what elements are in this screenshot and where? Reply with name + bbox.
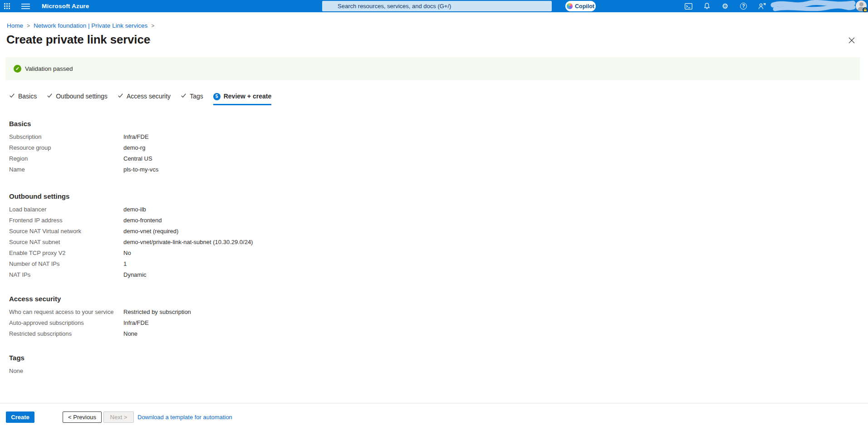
tab-label: Tags — [190, 93, 203, 100]
tab-tags[interactable]: Tags — [181, 93, 203, 105]
row-value: demo-rg — [123, 144, 145, 152]
breadcrumb-private-link-services[interactable]: Network foundation | Private Link servic… — [34, 22, 147, 29]
row-label: Name — [9, 166, 123, 173]
review-row: Restricted subscriptionsNone — [9, 330, 508, 341]
review-row: SubscriptionInfra/FDE — [9, 133, 508, 144]
row-value: Restricted by subscription — [123, 309, 191, 316]
cloud-shell-icon[interactable] — [683, 1, 693, 11]
row-value: Central US — [123, 155, 152, 162]
review-section-outbound-settings: Outbound settingsLoad balancerdemo-ilbFr… — [9, 192, 508, 282]
avatar[interactable] — [856, 0, 867, 11]
footer-divider — [0, 403, 868, 403]
previous-button[interactable]: < Previous — [63, 411, 102, 423]
review-content: BasicsSubscriptionInfra/FDEResource grou… — [9, 120, 508, 378]
review-row: Source NAT Virtual networkdemo-vnet (req… — [9, 228, 508, 239]
settings-icon[interactable]: ⚙ — [720, 1, 730, 11]
tab-label: Review + create — [224, 93, 271, 100]
section-empty-text: None — [9, 367, 508, 378]
review-row: Frontend IP addressdemo-frontend — [9, 217, 508, 228]
tab-label: Outbound settings — [56, 93, 108, 100]
feedback-icon[interactable] — [757, 1, 767, 11]
review-row: Who can request access to your serviceRe… — [9, 309, 508, 319]
close-icon[interactable] — [847, 35, 857, 45]
review-row: Enable TCP proxy V2No — [9, 250, 508, 260]
next-button: Next > — [103, 411, 134, 423]
wizard-tabs: BasicsOutbound settingsAccess securityTa… — [9, 93, 271, 105]
tab-review-create[interactable]: 5Review + create — [213, 93, 271, 105]
hamburger-menu-icon[interactable] — [21, 4, 30, 9]
chevron-right-icon: > — [151, 23, 154, 29]
review-row: NAT IPsDynamic — [9, 271, 508, 282]
validation-message: Validation passed — [25, 65, 73, 72]
page-title: Create private link service — [6, 33, 150, 47]
row-label: Auto-approved subscriptions — [9, 319, 123, 327]
copilot-icon — [567, 3, 573, 9]
row-label: NAT IPs — [9, 271, 123, 279]
breadcrumb: Home > Network foundation | Private Link… — [7, 22, 154, 29]
row-label: Enable TCP proxy V2 — [9, 250, 123, 257]
review-row: Auto-approved subscriptionsInfra/FDE — [9, 319, 508, 330]
row-value: demo-frontend — [123, 217, 162, 224]
copilot-button[interactable]: Copilot — [565, 1, 596, 11]
tab-step-badge: 5 — [213, 93, 221, 100]
row-label: Who can request access to your service — [9, 309, 123, 316]
tab-label: Access security — [127, 93, 171, 100]
account-name-redaction — [770, 0, 856, 12]
tab-outbound-settings[interactable]: Outbound settings — [47, 93, 108, 105]
row-label: Frontend IP address — [9, 217, 123, 224]
section-title: Tags — [9, 354, 508, 362]
review-row: Load balancerdemo-ilb — [9, 206, 508, 217]
avatar-head — [859, 2, 863, 6]
breadcrumb-home[interactable]: Home — [7, 22, 23, 29]
row-value: No — [123, 250, 131, 257]
review-row: Resource groupdemo-rg — [9, 144, 508, 155]
row-label: Number of NAT IPs — [9, 260, 123, 268]
footer-actions: Create < Previous Next > Download a temp… — [6, 411, 232, 423]
more-options-icon[interactable]: ··· — [143, 36, 152, 44]
tab-complete-check-icon — [9, 93, 15, 100]
row-label: Restricted subscriptions — [9, 330, 123, 338]
review-section-tags: TagsNone — [9, 354, 508, 378]
app-launcher-icon[interactable] — [4, 3, 11, 9]
review-section-basics: BasicsSubscriptionInfra/FDEResource grou… — [9, 120, 508, 177]
section-title: Basics — [9, 120, 508, 127]
review-row: Namepls-to-my-vcs — [9, 166, 508, 177]
review-row: RegionCentral US — [9, 155, 508, 166]
create-button[interactable]: Create — [6, 411, 34, 423]
row-value: Dynamic — [123, 271, 147, 279]
tab-basics[interactable]: Basics — [9, 93, 37, 105]
review-row: Source NAT subnetdemo-vnet/private-link-… — [9, 239, 508, 250]
row-value: demo-vnet/private-link-nat-subnet (10.30… — [123, 239, 253, 246]
row-value: demo-ilb — [123, 206, 146, 213]
topbar-icon-group: ⚙ ? — [682, 0, 769, 12]
notifications-icon[interactable] — [702, 1, 712, 11]
row-label: Load balancer — [9, 206, 123, 213]
row-value: Infra/FDE — [123, 319, 149, 327]
row-value: demo-vnet (required) — [123, 228, 178, 235]
row-label: Resource group — [9, 144, 123, 152]
azure-brand[interactable]: Microsoft Azure — [42, 0, 89, 12]
review-section-access-security: Access securityWho can request access to… — [9, 295, 508, 341]
row-value: 1 — [123, 260, 127, 268]
tab-complete-check-icon — [118, 93, 123, 100]
lock-badge-icon — [863, 7, 868, 12]
tab-complete-check-icon — [181, 93, 186, 100]
validation-banner: ✓ Validation passed — [5, 57, 860, 80]
chevron-right-icon: > — [27, 23, 30, 29]
row-label: Subscription — [9, 133, 123, 141]
help-icon[interactable]: ? — [739, 1, 749, 11]
section-title: Outbound settings — [9, 192, 508, 200]
tab-access-security[interactable]: Access security — [118, 93, 171, 105]
review-row: Number of NAT IPs1 — [9, 260, 508, 271]
top-bar: Microsoft Azure Copilot ⚙ ? — [0, 0, 868, 12]
row-value: Infra/FDE — [123, 133, 149, 141]
row-value: pls-to-my-vcs — [123, 166, 158, 173]
copilot-label: Copilot — [575, 3, 594, 10]
row-value: None — [123, 330, 137, 338]
section-title: Access security — [9, 295, 508, 303]
search-input[interactable] — [322, 1, 552, 11]
success-check-icon: ✓ — [14, 65, 21, 73]
row-label: Source NAT subnet — [9, 239, 123, 246]
download-template-link[interactable]: Download a template for automation — [137, 414, 232, 421]
tab-complete-check-icon — [47, 93, 53, 100]
